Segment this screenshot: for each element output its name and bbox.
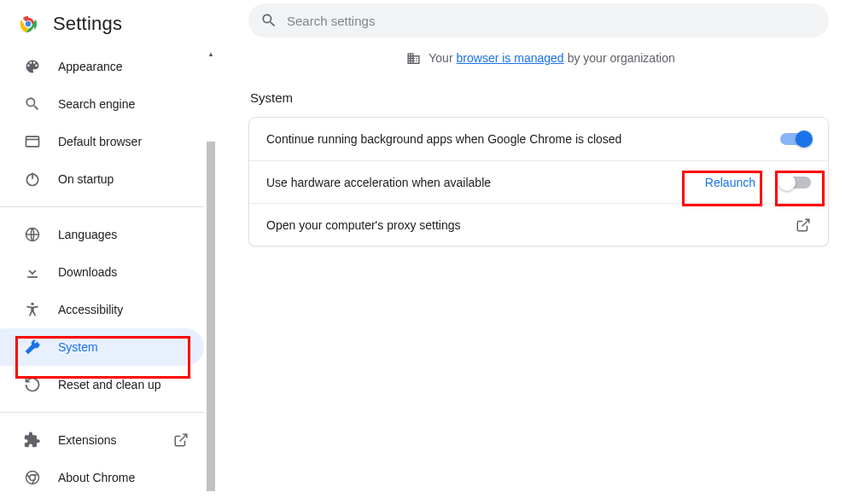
external-link-icon	[173, 432, 189, 448]
svg-point-2	[26, 21, 31, 26]
sidebar-item-label: Appearance	[58, 60, 189, 73]
globe-icon	[24, 226, 41, 243]
sidebar-item-label: Reset and clean up	[58, 378, 189, 391]
toggle-knob	[778, 174, 796, 191]
sidebar-item-label: Extensions	[58, 433, 168, 447]
restore-icon	[24, 376, 41, 393]
search-icon	[260, 12, 277, 29]
row-background-apps[interactable]: Continue running background apps when Go…	[249, 118, 828, 160]
managed-text-suffix: by your organization	[568, 51, 675, 65]
sidebar-item-search-engine[interactable]: Search engine	[0, 85, 204, 123]
row-label: Open your computer's proxy settings	[266, 218, 796, 232]
sidebar-item-downloads[interactable]: Downloads	[0, 253, 204, 291]
toggle-hardware-acceleration[interactable]	[780, 177, 811, 188]
svg-line-10	[180, 434, 187, 441]
page-title: Settings	[53, 13, 122, 35]
managed-banner: Your browser is managed by your organiza…	[248, 38, 832, 78]
svg-line-16	[802, 219, 809, 226]
scroll-up-icon: ▲	[204, 48, 217, 60]
wrench-icon	[24, 339, 41, 356]
svg-rect-3	[26, 136, 39, 147]
sidebar-item-label: About Chrome	[58, 471, 189, 484]
toggle-knob	[796, 130, 813, 148]
row-label: Continue running background apps when Go…	[266, 132, 780, 146]
sidebar-item-reset[interactable]: Reset and clean up	[0, 366, 204, 403]
sidebar-item-label: Languages	[58, 228, 189, 241]
chrome-outline-icon	[24, 469, 41, 486]
chrome-logo-icon	[19, 14, 38, 33]
sidebar-item-on-startup[interactable]: On startup	[0, 160, 204, 198]
sidebar-item-appearance[interactable]: Appearance	[0, 48, 204, 85]
sidebar-item-label: Default browser	[58, 135, 189, 148]
relaunch-button[interactable]: Relaunch	[696, 171, 765, 194]
download-icon	[24, 264, 41, 281]
palette-icon	[24, 58, 41, 75]
search-icon	[24, 96, 41, 113]
sidebar-item-label: Search engine	[58, 97, 189, 111]
managed-link[interactable]: browser is managed	[457, 51, 564, 65]
nav-divider	[0, 412, 204, 413]
svg-point-9	[31, 303, 33, 305]
sidebar-scrollbar[interactable]: ▲	[204, 48, 217, 504]
row-proxy-settings[interactable]: Open your computer's proxy settings	[249, 203, 828, 246]
sidebar-header: Settings	[0, 0, 217, 48]
managed-text-prefix: Your	[429, 51, 452, 65]
sidebar-item-default-browser[interactable]: Default browser	[0, 123, 204, 160]
main-content: Your browser is managed by your organiza…	[218, 0, 863, 504]
nav-divider	[0, 206, 204, 207]
browser-icon	[24, 133, 41, 150]
sidebar-item-accessibility[interactable]: Accessibility	[0, 291, 204, 328]
system-card: Continue running background apps when Go…	[248, 117, 829, 246]
sidebar-item-about-chrome[interactable]: About Chrome	[0, 459, 204, 496]
external-link-icon	[796, 217, 811, 233]
sidebar-item-label: Downloads	[58, 265, 189, 279]
power-icon	[24, 171, 41, 188]
sidebar-item-label: System	[58, 340, 189, 354]
svg-point-11	[26, 472, 39, 484]
accessibility-icon	[24, 301, 41, 318]
sidebar-item-extensions[interactable]: Extensions	[0, 421, 204, 459]
toggle-background-apps[interactable]	[780, 133, 811, 145]
row-hardware-acceleration[interactable]: Use hardware acceleration when available…	[249, 160, 828, 203]
sidebar-item-label: Accessibility	[58, 303, 189, 316]
sidebar: Settings Appearance Search engine	[0, 0, 218, 504]
row-label: Use hardware acceleration when available	[266, 176, 696, 189]
scrollbar-thumb[interactable]	[207, 142, 215, 491]
sidebar-item-languages[interactable]: Languages	[0, 216, 204, 253]
extension-icon	[24, 432, 41, 449]
search-bar[interactable]	[248, 3, 829, 38]
building-icon	[405, 50, 421, 66]
section-title: System	[250, 90, 832, 105]
search-input[interactable]	[287, 14, 817, 28]
sidebar-item-label: On startup	[58, 172, 189, 186]
sidebar-item-system[interactable]: System	[0, 328, 204, 366]
